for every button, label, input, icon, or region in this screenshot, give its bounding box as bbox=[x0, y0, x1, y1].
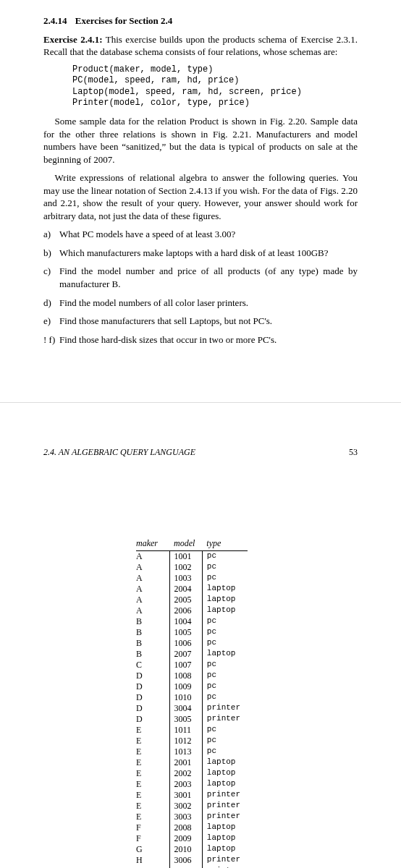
cell-maker: B bbox=[136, 616, 169, 627]
th-type: type bbox=[202, 537, 248, 550]
question-item: d)Find the model numbers of all color la… bbox=[43, 297, 358, 310]
question-text: Find those hard-disk sizes that occur in… bbox=[59, 334, 277, 345]
cell-maker: B bbox=[136, 627, 169, 638]
question-item: c)Find the model number and price of all… bbox=[43, 265, 358, 290]
cell-type: pc bbox=[202, 550, 248, 562]
table-row: E2001laptop bbox=[136, 757, 248, 768]
table-row: G2010laptop bbox=[136, 844, 248, 855]
cell-type: printer bbox=[202, 855, 248, 866]
table-row: H3007printer bbox=[136, 866, 248, 868]
product-table: maker model type A1001pcA1002pcA1003pcA2… bbox=[136, 537, 248, 868]
cell-type: laptop bbox=[202, 605, 248, 616]
table-row: E3003printer bbox=[136, 812, 248, 822]
cell-maker: D bbox=[136, 681, 169, 692]
cell-model: 1003 bbox=[169, 573, 202, 584]
cell-type: pc bbox=[202, 627, 248, 638]
table-row: E2003laptop bbox=[136, 779, 248, 790]
table-row: D3004printer bbox=[136, 703, 248, 714]
cell-type: pc bbox=[202, 573, 248, 584]
cell-model: 1004 bbox=[169, 616, 202, 627]
question-marker: d) bbox=[43, 297, 58, 310]
question-text: Which manufacturers make laptops with a … bbox=[59, 247, 328, 258]
cell-model: 1008 bbox=[169, 671, 202, 681]
cell-type: pc bbox=[202, 671, 248, 681]
paragraph-instructions: Write expressions of relational algebra … bbox=[43, 171, 358, 222]
cell-type: pc bbox=[202, 736, 248, 746]
table-row: A2006laptop bbox=[136, 605, 248, 616]
cell-maker: A bbox=[136, 584, 169, 595]
th-maker: maker bbox=[136, 537, 169, 550]
table-header-row: maker model type bbox=[136, 537, 248, 550]
cell-model: 1009 bbox=[169, 681, 202, 692]
table-row: A1002pc bbox=[136, 562, 248, 573]
cell-model: 2010 bbox=[169, 844, 202, 855]
cell-maker: D bbox=[136, 671, 169, 681]
cell-type: pc bbox=[202, 746, 248, 757]
table-row: A1001pc bbox=[136, 550, 248, 562]
table-row: A2004laptop bbox=[136, 584, 248, 595]
schema-block: Product(maker, model, type) PC(model, sp… bbox=[72, 64, 358, 109]
table-row: F2008laptop bbox=[136, 822, 248, 833]
cell-model: 3007 bbox=[169, 866, 202, 868]
cell-type: printer bbox=[202, 801, 248, 812]
cell-maker: A bbox=[136, 550, 169, 562]
cell-maker: A bbox=[136, 595, 169, 605]
cell-type: pc bbox=[202, 638, 248, 649]
page-2: 2.4. AN ALGEBRAIC QUERY LANGUAGE 53 make… bbox=[0, 402, 401, 868]
table-row: A1003pc bbox=[136, 573, 248, 584]
question-item: e)Find those manufacturers that sell Lap… bbox=[43, 315, 358, 328]
cell-type: pc bbox=[202, 692, 248, 703]
table-row: D1009pc bbox=[136, 681, 248, 692]
cell-maker: D bbox=[136, 692, 169, 703]
cell-type: laptop bbox=[202, 595, 248, 605]
cell-maker: G bbox=[136, 844, 169, 855]
cell-maker: E bbox=[136, 790, 169, 801]
cell-model: 3005 bbox=[169, 714, 202, 725]
cell-model: 1006 bbox=[169, 638, 202, 649]
table-row: D1010pc bbox=[136, 692, 248, 703]
question-marker: ! f) bbox=[43, 333, 58, 346]
cell-model: 2004 bbox=[169, 584, 202, 595]
exercise-intro: Exercise 2.4.1: This exercise builds upo… bbox=[43, 33, 358, 59]
table-row: B1004pc bbox=[136, 616, 248, 627]
question-item: ! f)Find those hard-disk sizes that occu… bbox=[43, 333, 358, 346]
cell-model: 1005 bbox=[169, 627, 202, 638]
cell-type: laptop bbox=[202, 822, 248, 833]
question-text: What PC models have a speed of at least … bbox=[59, 229, 235, 239]
cell-maker: A bbox=[136, 605, 169, 616]
table-row: E3002printer bbox=[136, 801, 248, 812]
cell-maker: E bbox=[136, 746, 169, 757]
question-text: Find the model numbers of all color lase… bbox=[59, 297, 248, 308]
cell-type: laptop bbox=[202, 833, 248, 844]
cell-model: 2008 bbox=[169, 822, 202, 833]
cell-model: 1010 bbox=[169, 692, 202, 703]
question-marker: a) bbox=[43, 228, 58, 241]
question-marker: c) bbox=[43, 265, 58, 278]
cell-maker: H bbox=[136, 866, 169, 868]
cell-model: 3004 bbox=[169, 703, 202, 714]
cell-maker: D bbox=[136, 703, 169, 714]
question-marker: e) bbox=[43, 315, 58, 328]
cell-maker: A bbox=[136, 562, 169, 573]
table-row: E1011pc bbox=[136, 725, 248, 736]
cell-type: laptop bbox=[202, 757, 248, 768]
question-marker: b) bbox=[43, 247, 58, 260]
cell-type: printer bbox=[202, 714, 248, 725]
cell-model: 2003 bbox=[169, 779, 202, 790]
cell-model: 3003 bbox=[169, 812, 202, 822]
cell-model: 2005 bbox=[169, 595, 202, 605]
table-row: D1008pc bbox=[136, 671, 248, 681]
cell-type: pc bbox=[202, 681, 248, 692]
cell-type: printer bbox=[202, 703, 248, 714]
cell-type: printer bbox=[202, 866, 248, 868]
running-head-text: 2.4. AN ALGEBRAIC QUERY LANGUAGE bbox=[43, 447, 195, 457]
cell-maker: F bbox=[136, 833, 169, 844]
table-row: A2005laptop bbox=[136, 595, 248, 605]
cell-model: 3006 bbox=[169, 855, 202, 866]
cell-type: laptop bbox=[202, 584, 248, 595]
cell-model: 1001 bbox=[169, 550, 202, 562]
exercise-label: Exercise 2.4.1: bbox=[43, 34, 103, 45]
cell-maker: C bbox=[136, 660, 169, 671]
cell-model: 1011 bbox=[169, 725, 202, 736]
cell-type: pc bbox=[202, 562, 248, 573]
